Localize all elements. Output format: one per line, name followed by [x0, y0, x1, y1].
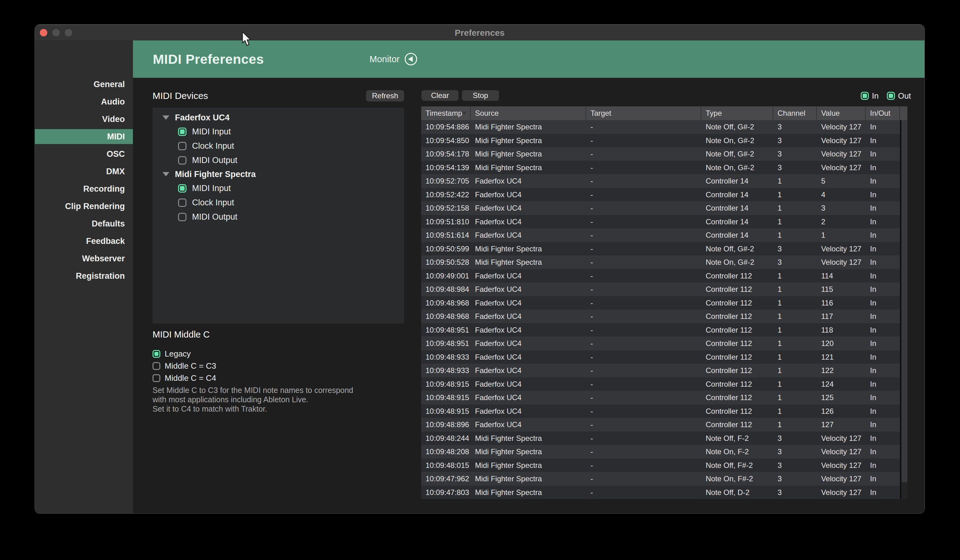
checked-checkbox[interactable]	[152, 350, 160, 358]
table-row[interactable]: 10:09:50:599Midi Fighter Spectra-Note Of…	[421, 242, 900, 256]
cell-value: Velocity 127	[817, 242, 866, 256]
checked-checkbox[interactable]	[178, 128, 186, 136]
column-header-source[interactable]: Source	[470, 106, 586, 120]
clear-button[interactable]: Clear	[421, 90, 459, 101]
filter-in: In	[861, 91, 879, 101]
cell-timestamp: 10:09:48:915	[421, 404, 470, 418]
sidebar-item-osc[interactable]: OSC	[35, 147, 133, 161]
cell-value: 117	[817, 310, 866, 323]
sidebar-item-general[interactable]: General	[35, 77, 133, 92]
cell-value: 120	[817, 337, 866, 350]
checkbox-label: Middle C = C4	[165, 373, 216, 383]
table-row[interactable]: 10:09:48:968Faderfox UC4-Controller 1121…	[421, 296, 900, 310]
cell-target: -	[586, 269, 701, 283]
refresh-button[interactable]: Refresh	[366, 90, 404, 101]
cell-channel: 1	[773, 404, 817, 418]
cell-value: 3	[817, 201, 866, 215]
cell-timestamp: 10:09:48:896	[421, 418, 470, 431]
table-row[interactable]: 10:09:54:178Midi Fighter Spectra-Note Of…	[421, 147, 900, 161]
table-row[interactable]: 10:09:47:803Midi Fighter Spectra-Note Of…	[421, 486, 900, 499]
cell-source: Faderfox UC4	[470, 364, 586, 377]
table-row[interactable]: 10:09:48:244Midi Fighter Spectra-Note Of…	[421, 431, 900, 445]
sidebar-item-audio[interactable]: Audio	[35, 94, 133, 109]
unchecked-checkbox[interactable]	[178, 156, 186, 164]
stop-button[interactable]: Stop	[462, 90, 499, 101]
table-row[interactable]: 10:09:48:915Faderfox UC4-Controller 1121…	[421, 404, 900, 418]
table-row[interactable]: 10:09:51:810Faderfox UC4-Controller 1412…	[421, 215, 900, 229]
cell-type: Controller 112	[701, 296, 773, 310]
cell-timestamp: 10:09:54:850	[421, 134, 470, 147]
table-row[interactable]: 10:09:48:015Midi Fighter Spectra-Note Of…	[421, 459, 900, 472]
table-row[interactable]: 10:09:54:886Midi Fighter Spectra-Note Of…	[421, 120, 900, 134]
device-option-midi-output: MIDI Output	[152, 210, 404, 224]
cell-channel: 3	[773, 459, 817, 472]
table-scrollbar-thumb[interactable]	[901, 120, 907, 482]
checkbox-label: MIDI Output	[192, 212, 237, 222]
unchecked-checkbox[interactable]	[152, 362, 160, 370]
monitor-toggle-button[interactable]: Monitor	[370, 40, 417, 78]
cell-type: Controller 112	[701, 269, 773, 283]
unchecked-checkbox[interactable]	[178, 213, 186, 221]
table-row[interactable]: 10:09:52:158Faderfox UC4-Controller 1413…	[421, 201, 900, 215]
table-row[interactable]: 10:09:51:614Faderfox UC4-Controller 1411…	[421, 228, 900, 242]
table-row[interactable]: 10:09:48:915Faderfox UC4-Controller 1121…	[421, 377, 900, 391]
column-header-timestamp[interactable]: Timestamp	[421, 106, 470, 120]
unchecked-checkbox[interactable]	[178, 198, 186, 207]
cell-source: Faderfox UC4	[470, 269, 586, 283]
cell-type: Controller 112	[701, 350, 773, 364]
sidebar-item-feedback[interactable]: Feedback	[35, 234, 133, 249]
table-row[interactable]: 10:09:52:705Faderfox UC4-Controller 1415…	[421, 174, 900, 188]
cell-value: 114	[817, 269, 866, 283]
unchecked-checkbox[interactable]	[152, 374, 160, 382]
middle-c-option-middle-c-c4: Middle C = C4	[152, 372, 364, 384]
sidebar-item-clip-rendering[interactable]: Clip Rendering	[35, 199, 133, 214]
cell-type: Note Off, G#-2	[701, 242, 773, 256]
table-row[interactable]: 10:09:49:001Faderfox UC4-Controller 1121…	[421, 269, 900, 283]
column-header-target[interactable]: Target	[586, 106, 701, 120]
cell-type: Note On, G#-2	[701, 255, 773, 269]
table-row[interactable]: 10:09:47:962Midi Fighter Spectra-Note On…	[421, 472, 900, 486]
device-group-midi-fighter-spectra: Midi Fighter Spectra	[152, 168, 404, 181]
table-row[interactable]: 10:09:52:422Faderfox UC4-Controller 1414…	[421, 188, 900, 202]
table-row[interactable]: 10:09:48:933Faderfox UC4-Controller 1121…	[421, 350, 900, 364]
sidebar-item-registration[interactable]: Registration	[35, 268, 133, 283]
titlebar[interactable]: Preferences	[35, 25, 925, 41]
sidebar-item-webserver[interactable]: Webserver	[35, 251, 133, 266]
column-header-channel[interactable]: Channel	[773, 106, 817, 120]
table-row[interactable]: 10:09:48:951Faderfox UC4-Controller 1121…	[421, 323, 900, 337]
table-row[interactable]: 10:09:54:139Midi Fighter Spectra-Note On…	[421, 161, 900, 174]
column-header-value[interactable]: Value	[817, 106, 866, 120]
table-row[interactable]: 10:09:48:984Faderfox UC4-Controller 1121…	[421, 282, 900, 296]
cell-source: Faderfox UC4	[470, 174, 586, 188]
cell-in-out: In	[866, 242, 900, 256]
cell-source: Midi Fighter Spectra	[470, 255, 586, 269]
filter-label: In	[872, 91, 879, 101]
window-title: Preferences	[35, 25, 925, 40]
table-row[interactable]: 10:09:48:896Faderfox UC4-Controller 1121…	[421, 418, 900, 431]
column-header-in-out[interactable]: In/Out	[866, 106, 900, 120]
cell-channel: 1	[773, 418, 817, 431]
cell-value: 122	[817, 364, 866, 377]
disclosure-triangle-icon[interactable]	[163, 172, 170, 176]
table-row[interactable]: 10:09:48:951Faderfox UC4-Controller 1121…	[421, 337, 900, 350]
sidebar-item-defaults[interactable]: Defaults	[35, 216, 133, 231]
sidebar-item-recording[interactable]: Recording	[35, 181, 133, 196]
filter-out-checkbox[interactable]	[887, 92, 895, 100]
help-line: with most applications including Ableton…	[152, 395, 364, 404]
column-header-type[interactable]: Type	[701, 106, 773, 120]
table-scrollbar-track[interactable]	[901, 120, 907, 499]
sidebar-item-midi[interactable]: MIDI	[35, 129, 133, 144]
unchecked-checkbox[interactable]	[178, 142, 186, 150]
filter-in-checkbox[interactable]	[861, 92, 869, 100]
cell-channel: 1	[773, 201, 817, 215]
sidebar-item-video[interactable]: Video	[35, 112, 133, 127]
table-row[interactable]: 10:09:48:208Midi Fighter Spectra-Note On…	[421, 445, 900, 459]
table-row[interactable]: 10:09:54:850Midi Fighter Spectra-Note On…	[421, 134, 900, 147]
disclosure-triangle-icon[interactable]	[163, 115, 170, 120]
table-row[interactable]: 10:09:48:933Faderfox UC4-Controller 1121…	[421, 364, 900, 377]
table-row[interactable]: 10:09:48:968Faderfox UC4-Controller 1121…	[421, 310, 900, 323]
checked-checkbox[interactable]	[178, 184, 186, 193]
sidebar-item-dmx[interactable]: DMX	[35, 164, 133, 179]
table-row[interactable]: 10:09:48:915Faderfox UC4-Controller 1121…	[421, 391, 900, 404]
table-row[interactable]: 10:09:50:528Midi Fighter Spectra-Note On…	[421, 255, 900, 269]
